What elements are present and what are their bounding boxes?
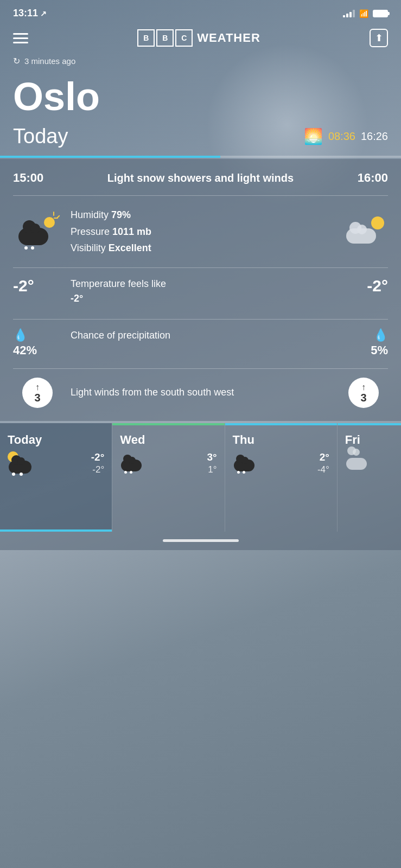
share-button[interactable]: ⬆ [370,29,388,47]
tfc-snow-1 [12,473,15,476]
bbc-logo: B B C WEATHER [137,29,260,47]
forecast-thu[interactable]: Thu 2° -4° [225,423,337,532]
wind-circle-right: ↑ 3 [348,378,379,408]
last-updated: ↻ 3 minutes ago [0,56,401,77]
humidity-value: 79% [111,209,131,220]
day-progress-bar [0,156,401,158]
forecast-low-today: -2° [92,464,104,475]
wed-forecast-icon [120,453,146,474]
menu-button[interactable] [13,33,28,43]
home-bar [163,539,239,542]
last-updated-text: 3 minutes ago [24,56,75,66]
wind-num-left: 3 [34,392,40,403]
today-forecast-icon [8,451,37,476]
temperature-row: -2° Temperature feels like -2° -2° [0,268,401,315]
temp-left: -2° [13,277,62,295]
refresh-icon: ↻ [13,56,20,66]
forecast-icon-row-today: -2° -2° [8,451,104,476]
tfc-snow-2 [20,473,23,476]
snow-sun-icon [16,213,59,251]
forecast-high-today: -2° [91,451,105,463]
forecast-low-thu: -4° [317,464,329,475]
precip-icon-left: 💧 [13,328,62,342]
app-header: B B C WEATHER ⬆ [0,23,401,56]
share-icon: ⬆ [375,32,383,44]
forecast-high-thu: 2° [320,451,329,463]
fc-snow-thu-1 [237,471,240,474]
forecast-fri[interactable]: Fri [337,423,401,532]
weather-details: Humidity 79% Pressure 1011 mb Visibility… [62,207,339,257]
fc-snow-thu-2 [243,471,245,474]
temp-right: -2° [339,277,388,295]
weather-icon-right [339,216,388,246]
fc-cloud-thu [234,459,254,471]
time-left: 15:00 [13,171,43,185]
visibility-value: Excellent [109,242,151,253]
today-row: Today 🌅 08:36 16:26 [0,120,401,156]
sunrise-icon: 🌅 [304,127,323,145]
detail-section: 15:00 Light snow showers and light winds… [0,159,401,421]
fc-snow-wed-1 [124,471,127,474]
signal-icon [343,10,355,17]
today-label: Today [13,125,68,148]
wind-row: ↑ 3 Light winds from the south south wes… [0,369,401,421]
forecast-day-name-thu: Thu [233,433,254,447]
temp-details: Temperature feels like -2° [62,277,339,306]
thu-accent [225,423,337,425]
precip-label: Chance of precipitation [62,328,339,343]
precip-icon-right: 💧 [339,328,388,342]
precip-row: 💧 42% Chance of precipitation 💧 5% [0,320,401,368]
feels-like-temp: -2° [71,293,83,304]
weather-stats-row: Humidity 79% Pressure 1011 mb Visibility… [0,196,401,267]
forecast-temps-wed: 3° 1° [207,451,217,475]
tfc-cloud [9,461,31,474]
day-progress-fill [0,156,220,158]
forecast-day-name-wed: Wed [120,433,145,447]
forecast-temps-thu: 2° -4° [317,451,329,475]
wind-num-right: 3 [360,392,366,403]
wind-arrow-right: ↑ [361,382,366,392]
status-time: 13:11 ↗ [13,8,47,19]
fri-forecast-icon [345,451,371,472]
sun-times: 🌅 08:36 16:26 [304,127,388,145]
forecast-temps-today: -2° -2° [91,451,105,475]
sunset-time: 16:26 [361,130,388,143]
sunrise-time: 08:36 [328,130,355,143]
pressure-value: 1011 mb [112,226,151,237]
location-arrow-icon: ↗ [40,9,47,18]
forecast-day-name-today: Today [8,433,42,447]
wind-detail: Light winds from the south south west [62,385,339,400]
city-name: Oslo [0,77,401,120]
wind-indicator-left: ↑ 3 [13,378,62,408]
bbc-box-b2: B [156,29,174,47]
forecast-day-name-fri: Fri [345,433,360,447]
bbc-box-b1: B [137,29,155,47]
bbc-boxes: B B C [137,29,193,47]
wind-circle-left: ↑ 3 [22,378,53,408]
home-indicator-area [0,532,401,550]
forecast-icon-row-thu: 2° -4° [233,451,329,475]
weather-icon-left [13,213,62,251]
fc-snow-wed-2 [130,471,132,474]
precip-pct-right: 5% [339,343,388,358]
today-indicator-bar [0,529,112,532]
fri-accent [338,423,401,425]
bbc-box-c: C [175,29,193,47]
time-right: 16:00 [358,171,388,185]
wind-arrow-left: ↑ [35,382,40,392]
snow-dot-1 [24,246,28,250]
forecast-strip: Today -2° -2° Wed 3° [0,423,401,532]
forecast-today[interactable]: Today -2° -2° [0,423,112,532]
precip-pct-left: 42% [13,343,62,358]
forecast-high-wed: 3° [207,451,217,463]
wind-indicator-right: ↑ 3 [339,378,388,408]
forecast-icon-row-wed: 3° 1° [120,451,217,475]
forecast-low-wed: 1° [208,464,217,475]
bbc-weather-label: WEATHER [197,31,260,45]
wed-accent [112,423,224,425]
wifi-icon: 📶 [359,9,368,18]
cloud-body [18,228,48,245]
fc-cloud-wed [121,459,142,471]
forecast-wed[interactable]: Wed 3° 1° [112,423,224,532]
time-display: 13:11 [13,8,38,19]
